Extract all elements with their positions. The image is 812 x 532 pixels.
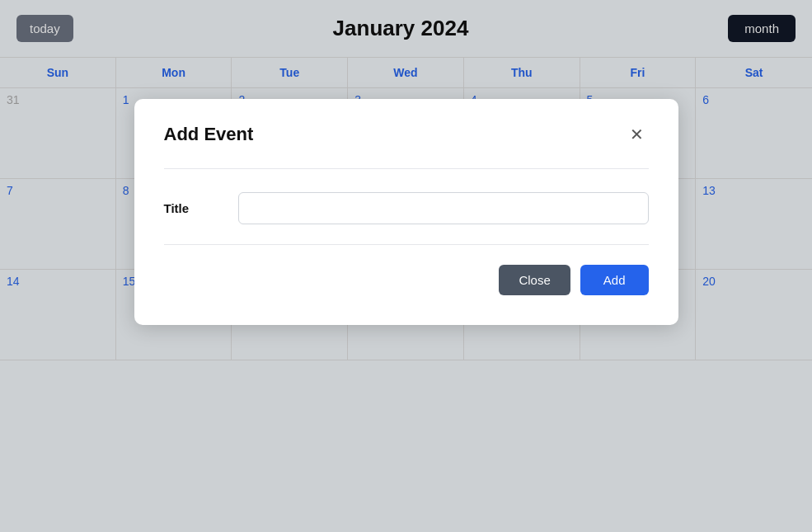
close-icon[interactable]: ✕ xyxy=(625,125,649,144)
modal-bottom-divider xyxy=(164,244,649,245)
modal-header: Add Event ✕ xyxy=(164,124,649,145)
add-button[interactable]: Add xyxy=(580,265,649,295)
add-event-modal: Add Event ✕ Title Close Add xyxy=(134,99,678,325)
modal-actions: Close Add xyxy=(164,265,649,295)
title-field-row: Title xyxy=(164,192,649,224)
modal-overlay: Add Event ✕ Title Close Add xyxy=(0,0,812,532)
modal-top-divider xyxy=(164,168,649,169)
title-label: Title xyxy=(164,201,238,215)
title-input[interactable] xyxy=(238,192,649,224)
close-button[interactable]: Close xyxy=(499,265,570,295)
modal-title: Add Event xyxy=(164,124,254,145)
